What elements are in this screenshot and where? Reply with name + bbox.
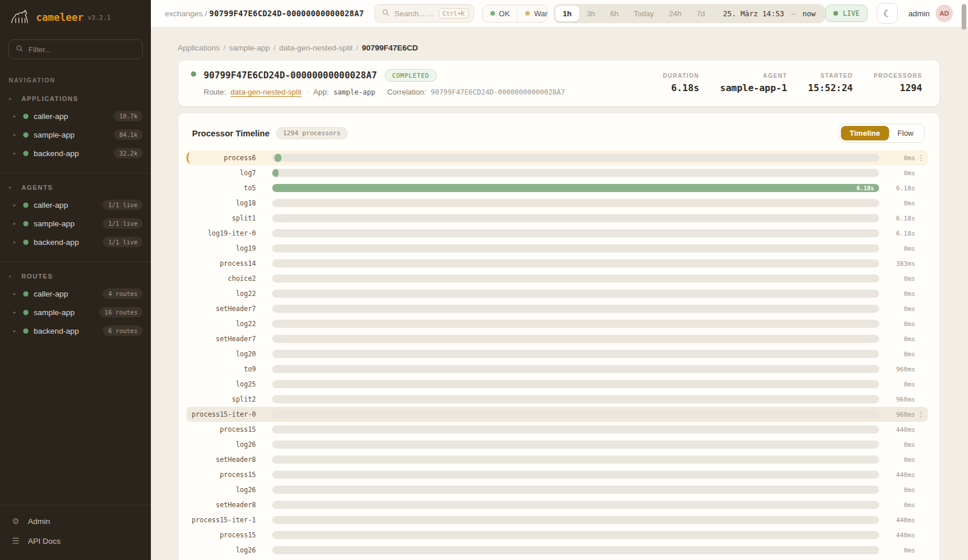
time-range-7d[interactable]: 7d: [689, 6, 712, 21]
status-filter-ok[interactable]: OK: [483, 5, 518, 22]
time-range-3h[interactable]: 3h: [579, 6, 602, 21]
timeline-row[interactable]: log260ms: [186, 543, 928, 558]
timeline-row[interactable]: process14383ms: [186, 256, 928, 271]
processor-name: setHeader8: [186, 456, 256, 464]
sidebar-filter-input[interactable]: Filter...: [8, 39, 143, 59]
time-range-24h[interactable]: 24h: [662, 6, 689, 21]
processor-name: setHeader7: [186, 305, 256, 313]
scrollbar-thumb[interactable]: [962, 4, 966, 30]
timeline-row[interactable]: log70ms: [186, 165, 928, 180]
sidebar-section: ▾AGENTS▸caller-app1/1 live▸sample-app1/1…: [0, 173, 151, 258]
sidebar-item-backend-app[interactable]: ▸backend-app1/1 live: [0, 233, 151, 251]
timeline-row[interactable]: split2960ms: [186, 392, 928, 407]
app-root: cameleer v3.2.1 Filter... NAVIGATION ▾AP…: [0, 0, 968, 560]
timeline-row[interactable]: choice20ms: [186, 271, 928, 286]
timeline-row[interactable]: log260ms: [186, 482, 928, 497]
theme-toggle-button[interactable]: ☾: [877, 3, 898, 24]
sidebar-item-sample-app[interactable]: ▸sample-app84.1k: [0, 125, 151, 144]
timeline-row[interactable]: setHeader80ms: [186, 452, 928, 467]
timeline-row[interactable]: process15440ms: [186, 528, 928, 543]
duration-value: 0ms: [887, 486, 915, 494]
view-toggle-flow[interactable]: Flow: [889, 126, 922, 140]
sidebar-item-api-docs[interactable]: ☰ API Docs: [0, 531, 151, 551]
sidebar-item-sample-app[interactable]: ▸sample-app1/1 live: [0, 214, 151, 233]
sidebar-item-backend-app[interactable]: ▸backend-app6 routes: [0, 321, 151, 340]
duration-track: [272, 486, 879, 494]
time-range-today[interactable]: Today: [626, 6, 662, 21]
timeline-row[interactable]: log220ms: [186, 316, 928, 331]
timeline-row[interactable]: process15-iter-0960ms⋮: [186, 407, 928, 422]
sidebar-item-admin[interactable]: ⚙ Admin: [0, 511, 151, 531]
exchange-summary-card: 90799F47E6CD24D-00000000000028A7 COMPLET…: [178, 60, 940, 107]
kebab-menu-icon[interactable]: ⋮: [916, 154, 926, 162]
section-label: AGENTS: [21, 184, 53, 191]
timeline-row[interactable]: setHeader80ms: [186, 497, 928, 512]
status-dot: [23, 291, 28, 297]
timeline-row[interactable]: split16.18s: [186, 211, 928, 226]
section-header[interactable]: ▾AGENTS: [0, 182, 151, 196]
sidebar-footer-label: Admin: [28, 517, 50, 526]
breadcrumb-item[interactable]: sample-app: [229, 44, 270, 52]
sidebar-item-label: sample-app: [34, 308, 75, 317]
timeline-row[interactable]: log260ms: [186, 437, 928, 452]
app-logo[interactable]: cameleer v3.2.1: [0, 0, 151, 34]
time-display: 25. März 14:53 — now: [713, 9, 823, 18]
status-filter-warn[interactable]: Warn: [517, 5, 548, 22]
timeline-row[interactable]: log220ms: [186, 286, 928, 301]
breadcrumb-root[interactable]: exchanges: [165, 9, 203, 18]
section-header[interactable]: ▾APPLICATIONS: [0, 93, 151, 107]
timeline-row[interactable]: process15-iter-1440ms: [186, 512, 928, 528]
sidebar-item-sample-app[interactable]: ▸sample-app16 routes: [0, 303, 151, 321]
duration-value: 0ms: [887, 547, 915, 554]
sidebar-item-caller-app[interactable]: ▸caller-app10.7k: [0, 107, 151, 125]
timeline-row[interactable]: setHeader70ms: [186, 301, 928, 316]
processor-name: process15: [186, 531, 256, 539]
main-area: exchanges / 90799F47E6CD24D-000000000000…: [151, 0, 968, 560]
stat-processors: PROCESSORS1294: [873, 73, 922, 93]
processor-name: process15: [186, 471, 256, 479]
timeline-row[interactable]: process15440ms: [186, 467, 928, 482]
timeline-row[interactable]: to56.18s6.18s: [186, 180, 928, 196]
breadcrumb-item[interactable]: Applications: [178, 44, 220, 52]
timeline-row[interactable]: log190ms: [186, 241, 928, 256]
timeline-row[interactable]: log200ms: [186, 346, 928, 362]
timeline-row[interactable]: log180ms: [186, 196, 928, 211]
kebab-menu-icon[interactable]: ⋮: [916, 410, 926, 418]
avatar[interactable]: AD: [936, 5, 953, 22]
route-link[interactable]: data-gen-nested-split: [230, 88, 301, 96]
timeline-row[interactable]: process15440ms: [186, 422, 928, 437]
processor-name: log25: [186, 380, 256, 388]
sidebar-item-backend-app[interactable]: ▸backend-app32.2k: [0, 144, 151, 162]
time-range-1h[interactable]: 1h: [555, 6, 579, 21]
duration-value: 383ms: [887, 260, 915, 268]
live-badge[interactable]: LIVE: [825, 5, 868, 22]
section-header[interactable]: ▾ROUTES: [0, 270, 151, 284]
duration-value: 440ms: [887, 516, 915, 524]
duration-value: 0ms: [887, 154, 915, 162]
breadcrumb-item[interactable]: data-gen-nested-split: [279, 44, 353, 52]
duration-track: [272, 169, 879, 177]
timeline-header: Processor Timeline 1294 processors Timel…: [186, 124, 928, 143]
time-range-6h[interactable]: 6h: [603, 6, 626, 21]
timeline-row[interactable]: log19-iter-06.18s: [186, 226, 928, 241]
search-input[interactable]: Search... ... Ctrl+K: [374, 4, 474, 23]
timeline-row[interactable]: log250ms: [186, 377, 928, 392]
timeline-row[interactable]: to9960ms: [186, 362, 928, 377]
breadcrumb: exchanges / 90799F47E6CD24D-000000000000…: [165, 9, 364, 18]
timeline-row[interactable]: setHeader70ms: [186, 331, 928, 346]
camel-icon: [10, 9, 30, 26]
search-icon: [16, 45, 23, 54]
duration-track: [272, 395, 879, 403]
processor-name: process15-iter-1: [186, 516, 256, 524]
duration-track: [272, 531, 879, 539]
stat-value: 6.18s: [663, 82, 699, 93]
sidebar-item-caller-app[interactable]: ▸caller-app1/1 live: [0, 196, 151, 214]
sidebar-item-caller-app[interactable]: ▸caller-app4 routes: [0, 284, 151, 303]
status-dot-icon: [490, 11, 495, 16]
count-badge: 84.1k: [114, 129, 143, 140]
timeline-row[interactable]: (process60ms⋮: [186, 150, 928, 165]
view-toggle-timeline[interactable]: Timeline: [841, 126, 889, 140]
duration-track: [272, 365, 879, 373]
status-dot: [23, 132, 28, 138]
count-badge: 16 routes: [99, 307, 143, 317]
